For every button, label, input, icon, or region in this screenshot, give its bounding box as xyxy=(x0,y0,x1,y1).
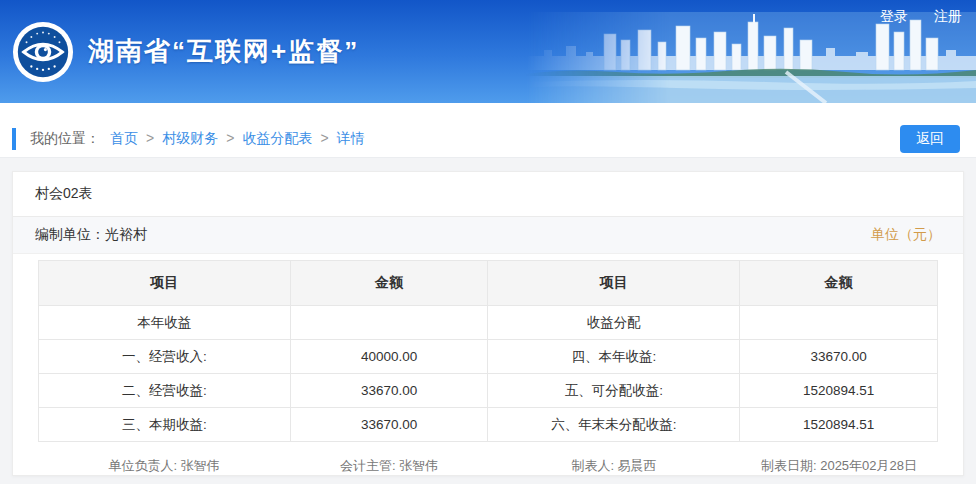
report-subheader: 编制单位：光裕村 单位（元） xyxy=(13,217,963,254)
table-row: 本年收益收益分配 xyxy=(39,306,938,340)
amount-cell: 40000.00 xyxy=(290,340,488,374)
breadcrumb-item-4[interactable]: 详情 xyxy=(337,130,365,146)
breadcrumb-label: 我的位置： xyxy=(30,130,100,148)
breadcrumb-separator: > xyxy=(226,130,234,146)
amount-cell xyxy=(740,306,938,340)
table-column-header: 金额 xyxy=(290,261,488,306)
amount-cell: 33670.00 xyxy=(290,408,488,442)
back-button[interactable]: 返回 xyxy=(900,125,960,153)
amount-cell: 1520894.51 xyxy=(740,408,938,442)
breadcrumb: 我的位置： 首页>村级财务>收益分配表>详情 返回 xyxy=(0,120,976,158)
table-row: 二、经营收益:33670.00五、可分配收益:1520894.51 xyxy=(39,374,938,408)
table-body: 本年收益收益分配一、经营收入:40000.00四、本年收益:33670.00二、… xyxy=(39,306,938,442)
table-column-header: 金额 xyxy=(740,261,938,306)
amount-cell: 33670.00 xyxy=(740,340,938,374)
item-cell: 三、本期收益: xyxy=(39,408,291,442)
currency-unit: 单位（元） xyxy=(871,226,941,244)
table-column-header: 项目 xyxy=(488,261,740,306)
item-cell: 五、可分配收益: xyxy=(488,374,740,408)
report-footer: 单位负责人: 张智伟会计主管: 张智伟制表人: 易晨西制表日期: 2025年02… xyxy=(13,442,963,475)
item-cell: 本年收益 xyxy=(39,306,291,340)
breadcrumb-accent-bar xyxy=(12,128,16,150)
table-row: 一、经营收入:40000.00四、本年收益:33670.00 xyxy=(39,340,938,374)
amount-cell: 1520894.51 xyxy=(740,374,938,408)
breadcrumb-item-1[interactable]: 首页 xyxy=(110,130,138,146)
breadcrumb-links: 首页>村级财务>收益分配表>详情 xyxy=(110,130,365,148)
site-header: 登录 注册 湖南省“互联网+监督” xyxy=(0,0,976,103)
item-cell: 收益分配 xyxy=(488,306,740,340)
item-cell: 六、年末未分配收益: xyxy=(488,408,740,442)
header-spacer xyxy=(0,103,976,120)
amount-cell: 33670.00 xyxy=(290,374,488,408)
table-row: 三、本期收益:33670.00六、年末未分配收益:1520894.51 xyxy=(39,408,938,442)
report-title: 村会02表 xyxy=(13,172,963,217)
footer-signature: 制表人: 易晨西 xyxy=(488,457,740,475)
footer-signature: 制表日期: 2025年02月28日 xyxy=(740,457,938,475)
item-cell: 二、经营收益: xyxy=(39,374,291,408)
auth-links: 登录 注册 xyxy=(858,8,962,26)
amount-cell xyxy=(290,306,488,340)
breadcrumb-separator: > xyxy=(146,130,154,146)
table-header-row: 项目金额项目金额 xyxy=(39,261,938,306)
compiling-unit: 编制单位：光裕村 xyxy=(35,226,147,244)
table-column-header: 项目 xyxy=(39,261,291,306)
item-cell: 四、本年收益: xyxy=(488,340,740,374)
item-cell: 一、经营收入: xyxy=(39,340,291,374)
footer-signature: 单位负责人: 张智伟 xyxy=(38,457,290,475)
register-link[interactable]: 注册 xyxy=(934,8,962,24)
breadcrumb-item-3[interactable]: 收益分配表 xyxy=(242,130,312,146)
breadcrumb-separator: > xyxy=(320,130,328,146)
income-distribution-table: 项目金额项目金额 本年收益收益分配一、经营收入:40000.00四、本年收益:3… xyxy=(38,260,938,442)
footer-signature: 会计主管: 张智伟 xyxy=(290,457,488,475)
site-title: 湖南省“互联网+监督” xyxy=(88,34,359,69)
report-card: 村会02表 编制单位：光裕村 单位（元） 项目金额项目金额 本年收益收益分配一、… xyxy=(12,171,964,476)
breadcrumb-item-2[interactable]: 村级财务 xyxy=(162,130,218,146)
login-link[interactable]: 登录 xyxy=(880,8,908,24)
site-logo-icon xyxy=(12,21,74,83)
